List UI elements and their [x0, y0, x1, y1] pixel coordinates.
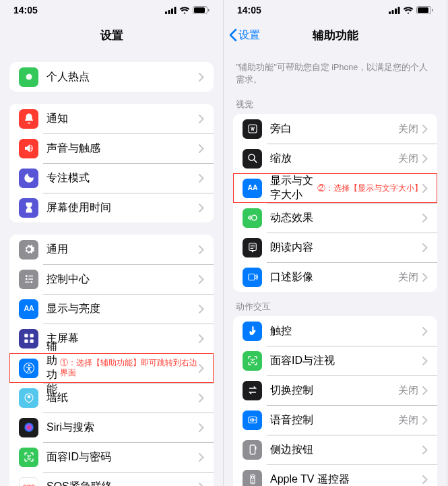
- row-display[interactable]: AA显示与亮度: [9, 294, 214, 324]
- chevron-icon: [199, 204, 204, 212]
- content-scroll[interactable]: "辅助功能"可帮助您自定 iPhone，以满足您的个人需求。 视觉 旁白关闭缩放…: [224, 50, 447, 486]
- svg-rect-1: [168, 10, 170, 14]
- cellular-icon: [165, 7, 177, 14]
- row-touch[interactable]: 触控: [233, 316, 437, 346]
- row-hotspot[interactable]: 个人热点: [9, 62, 214, 92]
- zoom-icon: [243, 149, 262, 169]
- chevron-icon: [199, 305, 204, 313]
- control-icon: [19, 270, 38, 289]
- group-motor: 触控面容ID与注视切换控制关闭语音控制关闭侧边按钮Apple TV 遥控器指针控…: [233, 316, 437, 486]
- row-accessibility[interactable]: 辅助功能①：选择【辅助功能】即可跳转到右边界面: [9, 353, 214, 383]
- chevron-icon: [422, 214, 428, 222]
- row-label: 缩放: [270, 152, 398, 166]
- row-label: 语音控制: [270, 413, 398, 427]
- row-audiodesc[interactable]: 口述影像关闭: [233, 262, 437, 292]
- svg-rect-34: [250, 445, 255, 454]
- row-notifications[interactable]: 通知: [9, 104, 214, 133]
- row-label: 个人热点: [46, 70, 199, 84]
- row-label: Siri与搜索: [46, 421, 199, 435]
- sound-icon: [19, 139, 38, 158]
- faceatt-icon: [243, 351, 262, 371]
- row-value: 关闭: [398, 271, 418, 284]
- row-label: 动态效果: [270, 211, 422, 225]
- status-icons: [165, 6, 210, 14]
- row-label: 显示与文字大小: [270, 174, 315, 202]
- group-notifications: 通知声音与触感专注模式屏幕使用时间: [9, 104, 214, 222]
- wifi-icon: [403, 7, 414, 14]
- row-label: 主屏幕: [46, 332, 199, 346]
- phone-settings: 14:05 设置 个人热点 通知声音与触感专注模式屏幕使用时间 通用控制中心AA…: [0, 0, 224, 486]
- row-control[interactable]: 控制中心: [9, 264, 214, 294]
- svg-point-30: [251, 215, 257, 220]
- svg-point-36: [251, 476, 254, 479]
- row-faceatt[interactable]: 面容ID与注视: [233, 346, 437, 375]
- sidebutton-icon: [243, 440, 262, 460]
- row-voiceover[interactable]: 旁白关闭: [233, 114, 437, 144]
- row-motion[interactable]: 动态效果: [233, 203, 437, 233]
- page-title: 设置: [100, 28, 123, 43]
- chevron-icon: [199, 174, 204, 183]
- general-icon: [19, 240, 38, 260]
- row-siri[interactable]: Siri与搜索: [9, 413, 214, 442]
- row-wallpaper[interactable]: 墙纸: [9, 383, 214, 413]
- battery-icon: [193, 6, 210, 14]
- row-sound[interactable]: 声音与触感: [9, 133, 214, 163]
- svg-rect-3: [174, 7, 177, 14]
- switch-icon: [243, 381, 262, 400]
- cellular-icon: [389, 7, 400, 14]
- svg-rect-6: [208, 9, 210, 11]
- row-label: 墙纸: [46, 391, 199, 405]
- chevron-icon: [199, 453, 204, 462]
- screentime-icon: [19, 198, 38, 218]
- back-button[interactable]: 设置: [229, 28, 260, 42]
- row-label: 切换控制: [270, 384, 398, 398]
- status-bar: 14:05: [0, 0, 223, 20]
- row-textsize[interactable]: AA显示与文字大小②：选择【显示与文字大小】: [233, 173, 437, 203]
- chevron-icon: [422, 273, 428, 282]
- group-hotspot: 个人热点: [9, 62, 214, 92]
- navbar: 设置: [0, 20, 223, 50]
- row-spoken[interactable]: 朗读内容: [233, 233, 437, 262]
- row-sos[interactable]: SOSSOS紧急联络: [9, 472, 214, 486]
- row-label: 通用: [46, 243, 199, 257]
- spoken-icon: [243, 238, 262, 257]
- row-label: 侧边按钮: [270, 443, 422, 457]
- chevron-icon: [422, 125, 428, 133]
- home-icon: [19, 329, 38, 348]
- chevron-icon: [422, 475, 428, 484]
- row-appletv[interactable]: Apple TV 遥控器: [233, 464, 437, 486]
- faceid-icon: [19, 448, 38, 467]
- row-label: 屏幕使用时间: [46, 201, 199, 215]
- chevron-icon: [422, 446, 428, 454]
- row-zoom[interactable]: 缩放关闭: [233, 144, 437, 173]
- row-home[interactable]: 主屏幕: [9, 324, 214, 353]
- status-icons: [389, 6, 433, 14]
- row-switch[interactable]: 切换控制关闭: [233, 375, 437, 405]
- focus-icon: [19, 169, 38, 188]
- notifications-icon: [19, 109, 38, 129]
- row-label: 专注模式: [46, 171, 199, 185]
- svg-rect-32: [249, 274, 255, 280]
- row-faceid[interactable]: 面容ID与密码: [9, 442, 214, 472]
- svg-text:AA: AA: [24, 304, 34, 312]
- svg-rect-11: [30, 340, 33, 343]
- row-label: 口述影像: [270, 270, 398, 284]
- row-screentime[interactable]: 屏幕使用时间: [9, 193, 214, 222]
- row-label: 面容ID与注视: [270, 354, 422, 368]
- hotspot-icon: [19, 67, 38, 87]
- content-scroll[interactable]: 个人热点 通知声音与触感专注模式屏幕使用时间 通用控制中心AA显示与亮度主屏幕辅…: [0, 50, 223, 486]
- chevron-icon: [422, 184, 428, 193]
- touch-icon: [243, 322, 262, 341]
- chevron-icon: [422, 357, 428, 365]
- row-general[interactable]: 通用: [9, 235, 214, 264]
- svg-rect-0: [165, 11, 167, 14]
- phone-accessibility: 14:05 设置 辅助功能 "辅助功能"可帮助您自定 iPhone，以满足您的个…: [224, 0, 447, 486]
- svg-rect-22: [395, 8, 397, 14]
- row-focus[interactable]: 专注模式: [9, 163, 214, 193]
- row-voicectrl[interactable]: 语音控制关闭: [233, 405, 437, 435]
- chevron-icon: [199, 144, 204, 153]
- row-sidebutton[interactable]: 侧边按钮: [233, 435, 437, 464]
- status-bar: 14:05: [224, 0, 447, 20]
- row-label: 通知: [46, 112, 199, 126]
- svg-point-15: [24, 423, 34, 432]
